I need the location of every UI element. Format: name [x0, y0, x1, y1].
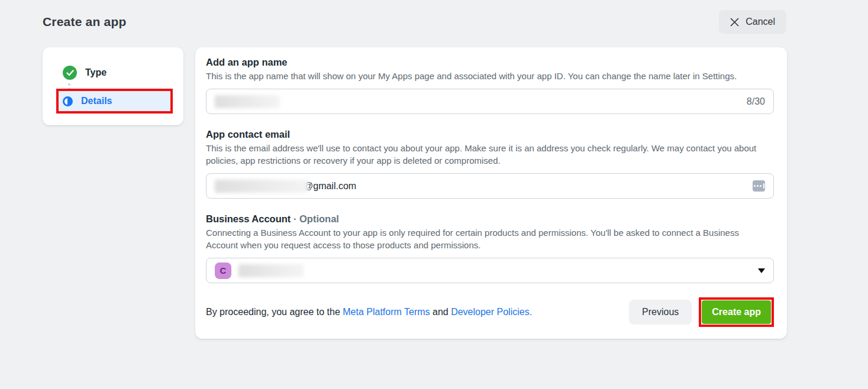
app-name-label: Add an app name — [206, 56, 774, 69]
stepper-connector-dot — [68, 83, 70, 86]
business-account-description: Connecting a Business Account to your ap… — [206, 226, 765, 251]
close-icon — [730, 18, 739, 27]
content-row: Type Details Add an app name This is the… — [43, 47, 787, 339]
autofill-extension-icon[interactable] — [753, 180, 765, 192]
previous-button[interactable]: Previous — [629, 300, 692, 325]
annotation-box-details: Details — [56, 89, 173, 114]
app-details-form-card: Add an app name This is the app name tha… — [195, 47, 787, 339]
create-app-page: Create an app Cancel Type Details — [0, 0, 868, 389]
page-header: Create an app Cancel — [43, 10, 786, 34]
app-name-input[interactable]: 8/30 — [206, 89, 774, 114]
cancel-button[interactable]: Cancel — [719, 10, 786, 34]
check-circle-icon — [63, 66, 77, 80]
char-counter: 8/30 — [747, 96, 765, 107]
chevron-down-icon — [758, 268, 765, 273]
stepper-card: Type Details — [43, 47, 183, 125]
contact-email-label: App contact email — [206, 128, 774, 141]
meta-platform-terms-link[interactable]: Meta Platform Terms — [343, 307, 430, 317]
stepper-item-details-label: Details — [81, 96, 112, 106]
business-account-field: Business Account · Optional Connecting a… — [206, 213, 774, 283]
stepper-item-details[interactable]: Details — [59, 91, 170, 111]
app-name-field: Add an app name This is the app name tha… — [206, 56, 774, 114]
contact-email-input[interactable]: @gmail.com — [206, 173, 774, 199]
developer-policies-link[interactable]: Developer Policies. — [451, 307, 532, 317]
contact-email-description: This is the email address we'll use to c… — [206, 142, 765, 167]
business-account-label: Business Account · Optional — [206, 213, 774, 225]
redacted-business-account-name — [238, 264, 304, 277]
email-visible-domain: @gmail.com — [304, 181, 356, 192]
redacted-email-value — [215, 180, 308, 193]
cancel-button-label: Cancel — [746, 17, 775, 27]
annotation-box-create-app: Create app — [699, 297, 774, 327]
optional-tag: · Optional — [291, 213, 339, 224]
redacted-app-name-value — [215, 95, 280, 108]
form-footer: By proceeding, you agree to the Meta Pla… — [206, 297, 774, 327]
app-name-description: This is the app name that will show on y… — [206, 70, 765, 82]
business-account-avatar: C — [215, 262, 231, 279]
stepper-item-type-label: Type — [85, 67, 107, 78]
stepper-item-type[interactable]: Type — [63, 65, 183, 80]
create-app-button[interactable]: Create app — [702, 300, 771, 324]
terms-text: By proceeding, you agree to the Meta Pla… — [206, 307, 532, 317]
page-title: Create an app — [43, 15, 126, 29]
business-account-select[interactable]: C — [206, 258, 774, 283]
contact-email-field: App contact email This is the email addr… — [206, 128, 774, 199]
half-circle-progress-icon — [63, 96, 73, 106]
